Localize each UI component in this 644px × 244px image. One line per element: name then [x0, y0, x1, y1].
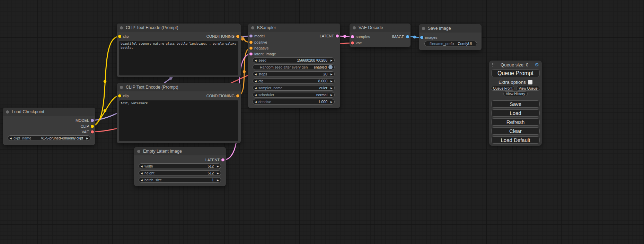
collapse-dot-icon[interactable] — [251, 26, 254, 29]
toggle-knob-icon[interactable] — [328, 65, 333, 69]
node-title-bar[interactable]: Empty Latent Image — [134, 147, 226, 155]
queue-panel-header: Queue size: 0 ⚙ — [489, 62, 542, 67]
node-title-bar[interactable]: Save Image — [419, 24, 482, 33]
input-socket-clip[interactable] — [118, 35, 121, 38]
node-load-checkpoint[interactable]: Load Checkpoint MODEL CLIP VAE ◀ ckpt_na… — [3, 108, 95, 145]
save-button[interactable]: Save — [491, 100, 540, 108]
input-socket-images[interactable] — [420, 36, 423, 39]
queue-front-button[interactable]: Queue Front — [491, 86, 514, 91]
increment-arrow-icon[interactable]: ▶ — [215, 165, 221, 168]
decrement-arrow-icon[interactable]: ◀ — [253, 59, 258, 62]
widget-cfg[interactable]: ◀ cfg 8.000 ▶ — [253, 78, 335, 84]
widget-steps[interactable]: ◀ steps 20 ▶ — [253, 71, 335, 77]
widget-batch-size[interactable]: ◀ batch_size 1 ▶ — [139, 177, 221, 183]
decrement-arrow-icon[interactable]: ◀ — [253, 80, 258, 83]
increment-arrow-icon[interactable]: ▶ — [85, 137, 90, 140]
node-title-bar[interactable]: KSampler — [248, 24, 340, 32]
refresh-button[interactable]: Refresh — [491, 118, 540, 126]
node-clip-text-encode-positive[interactable]: CLIP Text Encode (Prompt) clip CONDITION… — [117, 24, 241, 77]
input-label-model: model — [254, 34, 265, 38]
input-label-clip: clip — [123, 34, 129, 38]
widget-scheduler[interactable]: ◀ scheduler normal ▶ — [253, 92, 335, 98]
queue-prompt-button[interactable]: Queue Prompt — [491, 69, 540, 77]
output-socket-model[interactable] — [91, 119, 94, 122]
collapse-dot-icon[interactable] — [6, 110, 9, 114]
decrement-arrow-icon[interactable]: ◀ — [139, 165, 144, 168]
widget-height[interactable]: ◀ height 512 ▶ — [139, 170, 221, 176]
widget-seed[interactable]: ◀ seed 156680208700286 ▶ — [253, 57, 335, 63]
queue-panel: Queue size: 0 ⚙ Queue Prompt Extra optio… — [489, 61, 542, 146]
widget-random-seed-toggle[interactable]: Random seed after every gen enabled — [253, 64, 335, 70]
node-title-bar[interactable]: VAE Decode — [350, 24, 411, 32]
node-title: CLIP Text Encode (Prompt) — [126, 85, 178, 90]
input-socket-samples[interactable] — [351, 35, 354, 38]
collapse-dot-icon[interactable] — [353, 26, 356, 29]
node-save-image[interactable]: Save Image images filename_prefix ComfyU… — [419, 24, 482, 50]
load-button[interactable]: Load — [491, 109, 540, 117]
widget-sampler-name[interactable]: ◀ sampler_name euler ▶ — [253, 85, 335, 91]
prompt-textarea[interactable]: beautiful scenery nature glass bottle la… — [119, 41, 238, 75]
increment-arrow-icon[interactable]: ▶ — [329, 80, 334, 83]
decrement-arrow-icon[interactable]: ◀ — [139, 172, 144, 175]
decrement-arrow-icon[interactable]: ◀ — [253, 73, 258, 76]
load-default-button[interactable]: Load Default — [491, 136, 540, 144]
node-vae-decode[interactable]: VAE Decode samples IMAGE vae — [350, 24, 411, 47]
collapse-dot-icon[interactable] — [120, 86, 123, 89]
widget-filename-prefix[interactable]: filename_prefix ComfyUI — [424, 41, 477, 46]
input-socket-clip[interactable] — [118, 94, 121, 98]
increment-arrow-icon[interactable]: ▶ — [215, 172, 221, 175]
node-title-bar[interactable]: Load Checkpoint — [3, 108, 95, 116]
widget-width[interactable]: ◀ width 512 ▶ — [139, 163, 221, 169]
node-empty-latent-image[interactable]: Empty Latent Image LATENT ◀ width 512 ▶ … — [134, 147, 226, 186]
widget-denoise[interactable]: ◀ denoise 1.000 ▶ — [253, 99, 335, 105]
decrement-arrow-icon[interactable]: ◀ — [253, 100, 258, 103]
input-label-images: images — [425, 35, 437, 39]
decrement-arrow-icon[interactable]: ◀ — [253, 87, 258, 90]
increment-arrow-icon[interactable]: ▶ — [215, 179, 221, 182]
settings-gear-icon[interactable]: ⚙ — [535, 62, 539, 67]
node-title: KSampler — [257, 25, 276, 30]
widget-ckpt-name[interactable]: ◀ ckpt_name v1-5-pruned-emaonly.ckpt ▶ — [8, 135, 90, 141]
decrement-arrow-icon[interactable]: ◀ — [253, 93, 258, 97]
clear-button[interactable]: Clear — [491, 127, 540, 135]
view-queue-button[interactable]: View Queue — [516, 86, 540, 91]
output-label-conditioning: CONDITIONING — [206, 34, 235, 38]
drag-handle-icon[interactable] — [492, 63, 494, 66]
node-clip-text-encode-negative[interactable]: CLIP Text Encode (Prompt) clip CONDITION… — [117, 83, 241, 143]
collapse-dot-icon[interactable] — [422, 27, 425, 30]
view-history-button[interactable]: View History — [503, 91, 528, 96]
output-label-model: MODEL — [76, 118, 89, 123]
collapse-dot-icon[interactable] — [120, 26, 123, 29]
prompt-textarea[interactable]: text, watermark — [119, 100, 238, 141]
output-socket-conditioning[interactable] — [236, 35, 239, 38]
decrement-arrow-icon[interactable]: ◀ — [8, 137, 14, 140]
input-socket-vae[interactable] — [351, 42, 354, 45]
increment-arrow-icon[interactable]: ▶ — [329, 93, 334, 97]
comfyui-canvas[interactable]: { "colors":{ "model":"#B39DDB","clip":"#… — [0, 0, 644, 244]
input-socket-latent-image[interactable] — [249, 53, 253, 56]
increment-arrow-icon[interactable]: ▶ — [329, 59, 334, 62]
increment-arrow-icon[interactable]: ▶ — [329, 100, 334, 103]
extra-options-label: Extra options — [499, 80, 526, 85]
input-socket-negative[interactable] — [249, 47, 253, 50]
queue-size-label: Queue size: 0 — [494, 62, 535, 67]
input-socket-positive[interactable] — [249, 41, 253, 44]
output-socket-image[interactable] — [406, 35, 409, 38]
node-title-bar[interactable]: CLIP Text Encode (Prompt) — [117, 24, 241, 32]
node-ksampler[interactable]: KSampler model LATENT positive negative … — [248, 24, 340, 108]
output-socket-latent[interactable] — [336, 35, 339, 38]
widget-value: 156680208700286 — [297, 58, 327, 62]
output-socket-clip[interactable] — [91, 125, 94, 128]
output-label-vae: VAE — [82, 130, 89, 134]
node-title-bar[interactable]: CLIP Text Encode (Prompt) — [117, 83, 241, 91]
input-label-positive: positive — [254, 40, 267, 44]
output-socket-latent[interactable] — [221, 159, 224, 162]
output-socket-vae[interactable] — [91, 130, 94, 134]
increment-arrow-icon[interactable]: ▶ — [329, 73, 334, 76]
input-socket-model[interactable] — [249, 35, 253, 38]
decrement-arrow-icon[interactable]: ◀ — [139, 179, 144, 182]
collapse-dot-icon[interactable] — [137, 150, 140, 153]
increment-arrow-icon[interactable]: ▶ — [329, 87, 334, 90]
extra-options-checkbox[interactable] — [528, 80, 532, 84]
output-socket-conditioning[interactable] — [236, 94, 239, 98]
